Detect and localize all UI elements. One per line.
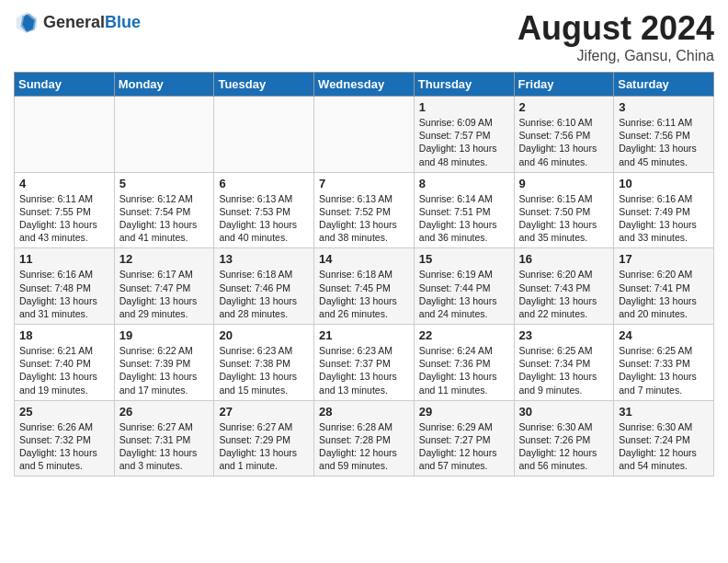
calendar-cell: 14Sunrise: 6:18 AMSunset: 7:45 PMDayligh…: [314, 248, 415, 325]
calendar-cell: 30Sunrise: 6:30 AMSunset: 7:26 PMDayligh…: [514, 400, 614, 477]
day-info-line: Daylight: 13 hours and 7 minutes.: [619, 370, 709, 396]
day-header-tuesday: Tuesday: [214, 73, 314, 97]
calendar-cell: [314, 97, 415, 173]
day-number: 22: [419, 328, 509, 342]
calendar-cell: 31Sunrise: 6:30 AMSunset: 7:24 PMDayligh…: [614, 400, 714, 477]
calendar-table: SundayMondayTuesdayWednesdayThursdayFrid…: [14, 72, 714, 477]
logo: GeneralBlue: [14, 9, 141, 35]
day-header-friday: Friday: [514, 73, 614, 97]
day-info-line: Daylight: 13 hours and 48 minutes.: [419, 142, 509, 167]
day-info-line: Daylight: 13 hours and 22 minutes.: [519, 294, 609, 320]
calendar-week-row: 25Sunrise: 6:26 AMSunset: 7:32 PMDayligh…: [15, 400, 714, 477]
day-info-line: Sunset: 7:33 PM: [619, 357, 709, 370]
calendar-cell: 24Sunrise: 6:25 AMSunset: 7:33 PMDayligh…: [614, 325, 714, 401]
day-number: 12: [119, 252, 210, 266]
day-info-line: Daylight: 13 hours and 26 minutes.: [319, 294, 409, 320]
day-info-line: Daylight: 13 hours and 13 minutes.: [319, 370, 409, 396]
day-info-line: Daylight: 13 hours and 43 minutes.: [19, 218, 109, 244]
day-info-line: Daylight: 13 hours and 29 minutes.: [119, 294, 210, 320]
day-info-line: Daylight: 13 hours and 35 minutes.: [519, 218, 609, 244]
day-info-line: Sunset: 7:49 PM: [619, 205, 709, 218]
day-info-line: Sunset: 7:34 PM: [519, 357, 609, 370]
day-number: 8: [419, 177, 509, 190]
header: GeneralBlue August 2024 Jifeng, Gansu, C…: [14, 9, 714, 64]
day-info-line: Daylight: 13 hours and 3 minutes.: [119, 446, 210, 472]
day-info-line: Sunrise: 6:16 AM: [19, 268, 109, 281]
day-info-line: Sunset: 7:47 PM: [119, 282, 210, 294]
day-info-line: Sunset: 7:41 PM: [619, 282, 709, 294]
day-info-line: Sunrise: 6:11 AM: [19, 192, 109, 205]
calendar-week-row: 1Sunrise: 6:09 AMSunset: 7:57 PMDaylight…: [15, 97, 714, 173]
day-info-line: Sunset: 7:37 PM: [319, 357, 409, 370]
calendar-cell: 25Sunrise: 6:26 AMSunset: 7:32 PMDayligh…: [15, 400, 115, 477]
day-info-line: Sunset: 7:28 PM: [319, 433, 409, 446]
day-header-monday: Monday: [114, 73, 214, 97]
month-year-title: August 2024: [518, 9, 714, 48]
day-info-line: Sunrise: 6:27 AM: [119, 420, 210, 433]
day-number: 4: [19, 177, 109, 190]
calendar-cell: 1Sunrise: 6:09 AMSunset: 7:57 PMDaylight…: [414, 97, 514, 173]
day-info-line: Sunset: 7:36 PM: [419, 357, 509, 370]
day-info-line: Sunrise: 6:21 AM: [19, 344, 109, 357]
day-number: 16: [519, 252, 609, 266]
day-number: 15: [419, 252, 509, 266]
day-info-line: Sunset: 7:56 PM: [619, 129, 709, 142]
calendar-week-row: 11Sunrise: 6:16 AMSunset: 7:48 PMDayligh…: [15, 248, 714, 325]
day-info-line: Sunset: 7:24 PM: [619, 433, 709, 446]
day-info-line: Daylight: 12 hours and 56 minutes.: [519, 446, 609, 472]
day-number: 23: [519, 328, 609, 342]
day-info-line: Sunrise: 6:30 AM: [619, 420, 709, 433]
day-info-line: Daylight: 13 hours and 45 minutes.: [619, 142, 709, 167]
calendar-cell: 17Sunrise: 6:20 AMSunset: 7:41 PMDayligh…: [614, 248, 714, 325]
day-info-line: Daylight: 13 hours and 9 minutes.: [519, 370, 609, 396]
day-info-line: Sunset: 7:31 PM: [119, 433, 210, 446]
day-info-line: Daylight: 13 hours and 19 minutes.: [19, 370, 109, 396]
day-info-line: Sunrise: 6:30 AM: [519, 420, 609, 433]
day-info-line: Sunset: 7:53 PM: [219, 205, 309, 218]
day-info-line: Daylight: 13 hours and 15 minutes.: [219, 370, 309, 396]
day-number: 13: [219, 252, 309, 266]
calendar-cell: [15, 97, 115, 173]
day-info-line: Sunset: 7:27 PM: [419, 433, 509, 446]
day-number: 6: [219, 177, 309, 190]
day-info-line: Sunrise: 6:09 AM: [419, 116, 509, 129]
day-info-line: Sunset: 7:45 PM: [319, 282, 409, 294]
day-info-line: Sunset: 7:50 PM: [519, 205, 609, 218]
calendar-cell: 12Sunrise: 6:17 AMSunset: 7:47 PMDayligh…: [114, 248, 214, 325]
calendar-cell: 27Sunrise: 6:27 AMSunset: 7:29 PMDayligh…: [214, 400, 314, 477]
logo-general-text: General: [43, 13, 105, 31]
calendar-cell: 7Sunrise: 6:13 AMSunset: 7:52 PMDaylight…: [314, 172, 415, 248]
day-info-line: Sunrise: 6:25 AM: [519, 344, 609, 357]
calendar-cell: 10Sunrise: 6:16 AMSunset: 7:49 PMDayligh…: [614, 172, 714, 248]
day-info-line: Sunrise: 6:20 AM: [519, 268, 609, 281]
day-info-line: Sunset: 7:56 PM: [519, 129, 609, 142]
day-number: 20: [219, 328, 309, 342]
day-info-line: Daylight: 13 hours and 40 minutes.: [219, 218, 309, 244]
day-number: 24: [619, 328, 709, 342]
day-info-line: Daylight: 13 hours and 28 minutes.: [219, 294, 309, 320]
day-info-line: Sunset: 7:39 PM: [119, 357, 210, 370]
calendar-cell: 4Sunrise: 6:11 AMSunset: 7:55 PMDaylight…: [15, 172, 115, 248]
calendar-cell: 22Sunrise: 6:24 AMSunset: 7:36 PMDayligh…: [414, 325, 514, 401]
day-info-line: Daylight: 13 hours and 5 minutes.: [19, 446, 109, 472]
day-info-line: Sunrise: 6:22 AM: [119, 344, 210, 357]
logo-blue-text: Blue: [105, 13, 141, 31]
day-info-line: Daylight: 13 hours and 41 minutes.: [119, 218, 210, 244]
day-number: 10: [619, 177, 709, 190]
calendar-cell: 18Sunrise: 6:21 AMSunset: 7:40 PMDayligh…: [15, 325, 115, 401]
day-info-line: Sunrise: 6:28 AM: [319, 420, 409, 433]
day-info-line: Daylight: 13 hours and 31 minutes.: [19, 294, 109, 320]
title-area: August 2024 Jifeng, Gansu, China: [518, 9, 714, 64]
calendar-week-row: 4Sunrise: 6:11 AMSunset: 7:55 PMDaylight…: [15, 172, 714, 248]
day-info-line: Sunrise: 6:10 AM: [519, 116, 609, 129]
day-info-line: Daylight: 13 hours and 38 minutes.: [319, 218, 409, 244]
day-info-line: Daylight: 13 hours and 36 minutes.: [419, 218, 509, 244]
day-info-line: Sunrise: 6:26 AM: [19, 420, 109, 433]
calendar-cell: 8Sunrise: 6:14 AMSunset: 7:51 PMDaylight…: [414, 172, 514, 248]
day-info-line: Sunrise: 6:13 AM: [319, 192, 409, 205]
day-info-line: Sunrise: 6:11 AM: [619, 116, 709, 129]
day-info-line: Daylight: 12 hours and 57 minutes.: [419, 446, 509, 472]
day-number: 17: [619, 252, 709, 266]
day-number: 11: [19, 252, 109, 266]
day-number: 1: [419, 100, 509, 114]
